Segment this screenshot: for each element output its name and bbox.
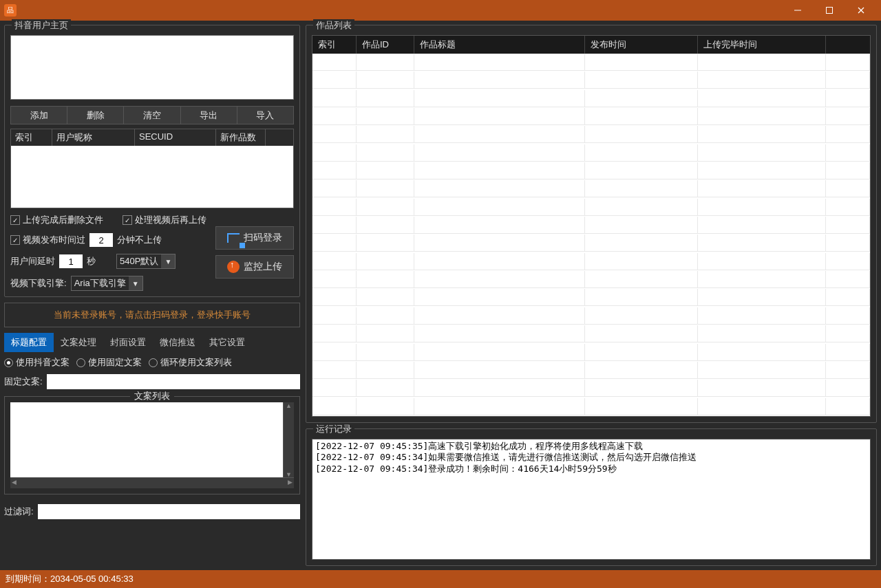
- scrollbar-vertical[interactable]: [283, 402, 294, 478]
- homepage-input[interactable]: [10, 35, 294, 100]
- text-list-box[interactable]: [10, 402, 294, 478]
- add-button[interactable]: 添加: [10, 106, 67, 124]
- log-panel: 运行记录 [2022-12-07 09:45:35]高速下载引擎初始化成功，程序…: [306, 428, 877, 566]
- window-controls: [782, 0, 877, 21]
- tab-text-process[interactable]: 文案处理: [54, 333, 103, 352]
- clear-button[interactable]: 清空: [124, 106, 180, 124]
- import-button[interactable]: 导入: [237, 106, 294, 124]
- works-panel-title: 作品列表: [313, 19, 354, 32]
- works-panel: 作品列表 索引 作品ID 作品标题 发布时间 上传完毕时间: [306, 25, 877, 423]
- radio-icon: [149, 358, 158, 367]
- tab-title-config[interactable]: 标题配置: [4, 333, 54, 352]
- close-button[interactable]: [845, 0, 877, 21]
- works-th-uptime[interactable]: 上传完毕时间: [698, 36, 826, 54]
- radio-icon: [76, 358, 85, 367]
- chk-delete-after-upload[interactable]: 上传完成后删除文件: [10, 214, 103, 226]
- tab-cover-setting[interactable]: 封面设置: [103, 333, 153, 352]
- config-section: 标题配置 文案处理 封面设置 微信推送 其它设置 使用抖音文案 使用固定文案 循…: [4, 333, 300, 519]
- works-table-body[interactable]: [312, 54, 870, 416]
- works-th-index[interactable]: 索引: [312, 36, 357, 54]
- works-table: 索引 作品ID 作品标题 发布时间 上传完毕时间: [312, 35, 871, 417]
- filter-label: 过滤词:: [4, 505, 34, 518]
- works-th-title[interactable]: 作品标题: [414, 36, 585, 54]
- login-warning: 当前未登录账号，请点击扫码登录，登录快手账号: [4, 303, 300, 327]
- works-th-blank: [826, 36, 870, 54]
- chevron-down-icon: ▼: [129, 276, 142, 290]
- user-table-body[interactable]: [11, 146, 293, 208]
- text-list-title: 文案列表: [130, 390, 174, 402]
- user-table-header: 索引 用户昵称 SECUID 新作品数: [11, 129, 293, 146]
- user-delay-unit: 秒: [87, 255, 96, 268]
- radio-icon: [4, 358, 13, 367]
- scan-login-button[interactable]: 扫码登录: [215, 226, 294, 250]
- checkbox-icon: [123, 215, 132, 225]
- expiry-label: 到期时间：2034-05-05 00:45:33: [6, 573, 134, 585]
- engine-select[interactable]: Aria下载引擎▼: [71, 276, 143, 291]
- chevron-down-icon: ▼: [161, 254, 175, 268]
- radio-use-text-list[interactable]: 循环使用文案列表: [149, 356, 232, 369]
- chk-process-then-upload[interactable]: 处理视频后再上传: [123, 214, 206, 226]
- chk-publish-time[interactable]: 视频发布时间过: [10, 234, 85, 246]
- publish-minutes-suffix: 分钟不上传: [117, 234, 162, 246]
- publish-minutes-input[interactable]: [89, 233, 113, 247]
- user-delay-input[interactable]: [59, 254, 83, 268]
- user-th-secuid[interactable]: SECUID: [135, 129, 216, 146]
- upload-icon: [227, 261, 240, 273]
- engine-label: 视频下载引擎:: [10, 277, 67, 290]
- delete-button[interactable]: 删除: [67, 106, 124, 124]
- scrollbar-horizontal[interactable]: [10, 477, 294, 488]
- user-th-index[interactable]: 索引: [11, 129, 52, 146]
- user-th-newcount[interactable]: 新作品数: [216, 129, 266, 146]
- scan-icon: [227, 233, 240, 243]
- titlebar: 品: [0, 0, 881, 21]
- checkbox-icon: [10, 215, 20, 225]
- works-th-id[interactable]: 作品ID: [357, 36, 414, 54]
- log-box[interactable]: [2022-12-07 09:45:35]高速下载引擎初始化成功，程序将使用多线…: [312, 439, 871, 560]
- app-icon: 品: [4, 4, 17, 17]
- user-th-nickname[interactable]: 用户昵称: [52, 129, 135, 146]
- homepage-panel-title: 抖音用户主页: [12, 19, 71, 32]
- monitor-upload-button[interactable]: 监控上传: [215, 255, 294, 279]
- user-th-blank: [266, 129, 293, 146]
- fixed-text-label: 固定文案:: [4, 375, 43, 388]
- export-button[interactable]: 导出: [181, 106, 237, 124]
- homepage-panel: 抖音用户主页 添加 删除 清空 导出 导入 索引 用户昵称 SECUID 新作品…: [4, 25, 300, 297]
- tab-other-setting[interactable]: 其它设置: [202, 333, 252, 352]
- user-table: 索引 用户昵称 SECUID 新作品数: [10, 129, 294, 208]
- text-list-panel: 文案列表: [4, 396, 300, 494]
- config-tabs: 标题配置 文案处理 封面设置 微信推送 其它设置: [4, 333, 300, 352]
- filter-input[interactable]: [38, 504, 300, 519]
- resolution-select[interactable]: 540P默认▼: [116, 254, 176, 269]
- log-panel-title: 运行记录: [313, 423, 354, 435]
- maximize-button[interactable]: [814, 0, 845, 21]
- radio-use-fixed-text[interactable]: 使用固定文案: [76, 356, 142, 369]
- fixed-text-input[interactable]: [47, 374, 300, 389]
- works-th-pubtime[interactable]: 发布时间: [585, 36, 698, 54]
- tab-wechat-push[interactable]: 微信推送: [153, 333, 202, 352]
- svg-rect-1: [827, 8, 833, 14]
- minimize-button[interactable]: [782, 0, 814, 21]
- radio-use-douyin-text[interactable]: 使用抖音文案: [4, 356, 70, 369]
- checkbox-icon: [10, 235, 20, 245]
- statusbar: 到期时间：2034-05-05 00:45:33: [0, 570, 881, 588]
- user-delay-label: 用户间延时: [10, 255, 55, 268]
- works-table-header: 索引 作品ID 作品标题 发布时间 上传完毕时间: [312, 36, 870, 54]
